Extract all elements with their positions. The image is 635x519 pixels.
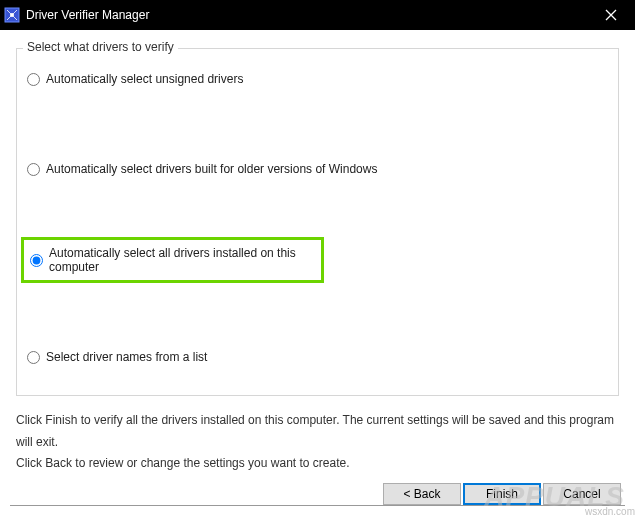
radio-label: Automatically select unsigned drivers xyxy=(46,72,243,86)
radio-all-input[interactable] xyxy=(30,254,43,267)
instruction-line-1: Click Finish to verify all the drivers i… xyxy=(16,410,619,453)
radio-label: Select driver names from a list xyxy=(46,350,207,364)
radio-option-older-windows[interactable]: Automatically select drivers built for o… xyxy=(27,159,608,179)
close-icon xyxy=(605,9,617,21)
highlight-box: Automatically select all drivers install… xyxy=(21,237,324,283)
back-button[interactable]: < Back xyxy=(383,483,461,505)
radio-option-unsigned[interactable]: Automatically select unsigned drivers xyxy=(27,69,608,89)
watermark-site: wsxdn.com xyxy=(585,506,635,517)
radio-label: Automatically select drivers built for o… xyxy=(46,162,377,176)
instruction-line-2: Click Back to review or change the setti… xyxy=(16,453,619,475)
titlebar: Driver Verifier Manager xyxy=(0,0,635,30)
radio-list-input[interactable] xyxy=(27,351,40,364)
content-area: Select what drivers to verify Automatica… xyxy=(0,30,635,506)
radio-option-from-list[interactable]: Select driver names from a list xyxy=(27,347,608,367)
button-row: < Back Finish Cancel xyxy=(383,483,621,505)
groupbox-legend: Select what drivers to verify xyxy=(23,40,178,54)
drivers-groupbox: Select what drivers to verify Automatica… xyxy=(16,48,619,396)
radio-unsigned-input[interactable] xyxy=(27,73,40,86)
finish-button[interactable]: Finish xyxy=(463,483,541,505)
radio-older-input[interactable] xyxy=(27,163,40,176)
app-icon xyxy=(4,7,20,23)
radio-option-all-drivers[interactable]: Automatically select all drivers install… xyxy=(30,250,315,270)
cancel-button[interactable]: Cancel xyxy=(543,483,621,505)
close-button[interactable] xyxy=(591,0,631,30)
window-title: Driver Verifier Manager xyxy=(26,8,591,22)
instruction-text: Click Finish to verify all the drivers i… xyxy=(16,410,619,475)
svg-point-1 xyxy=(10,13,14,17)
radio-label: Automatically select all drivers install… xyxy=(49,246,315,274)
